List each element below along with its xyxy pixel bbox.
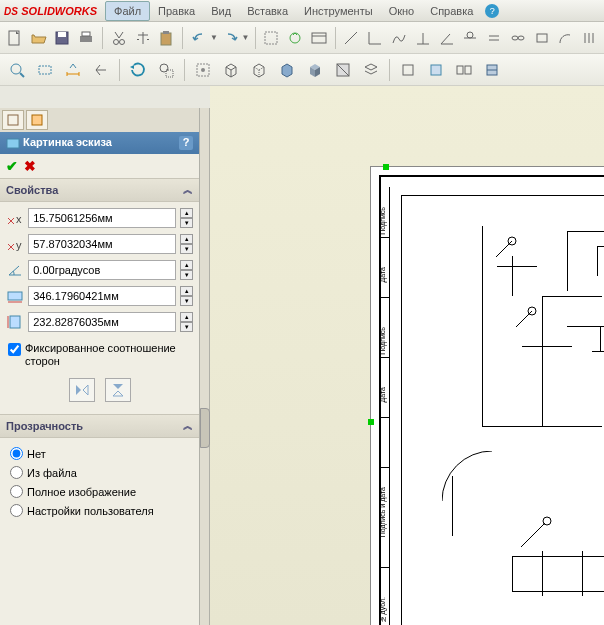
perpendicular-icon[interactable] [412,25,434,51]
rect-icon[interactable] [531,25,553,51]
rebuild-button[interactable] [284,25,306,51]
layers-icon[interactable] [358,57,384,83]
new-button[interactable] [4,25,26,51]
wireframe-button[interactable] [218,57,244,83]
section-transparency-header[interactable]: Прозрачность ︽ [0,414,199,438]
panel-help-icon[interactable]: ? [179,136,193,150]
origin-y-input[interactable] [28,234,176,254]
height-input[interactable] [28,312,176,332]
tangent-icon[interactable] [459,25,481,51]
view-normal-icon[interactable] [451,57,477,83]
print-button[interactable] [75,25,97,51]
flip-buttons [6,372,193,408]
balance-icon[interactable] [132,25,154,51]
cut-button[interactable] [108,25,130,51]
svg-text:y: y [16,239,22,251]
refresh-view-button[interactable] [125,57,151,83]
svg-line-19 [20,73,24,77]
transp-full-radio[interactable] [10,485,23,498]
hidden-lines-button[interactable] [246,57,272,83]
spin-up[interactable]: ▲ [180,208,193,218]
spin-up[interactable]: ▲ [180,312,193,322]
section-properties-header[interactable]: Свойства ︽ [0,178,199,202]
ok-button[interactable]: ✔ [6,158,18,174]
splitter-handle[interactable] [200,408,210,448]
zoom-fit-button[interactable] [4,57,30,83]
zoom-selection-button[interactable] [153,57,179,83]
spline-icon[interactable] [388,25,410,51]
origin-x-icon: x [6,209,24,227]
view-orient-icon[interactable] [423,57,449,83]
svg-point-24 [201,68,205,72]
flip-horizontal-button[interactable] [69,378,95,402]
spin-up[interactable]: ▲ [180,260,193,270]
corner-icon[interactable] [364,25,386,51]
spin-down[interactable]: ▼ [180,218,193,228]
parallel-icon[interactable] [578,25,600,51]
flip-vertical-button[interactable] [105,378,131,402]
angle-input[interactable] [28,260,176,280]
open-button[interactable] [28,25,50,51]
transp-none-radio[interactable] [10,447,23,460]
angle-prop-icon [6,261,24,279]
angle-icon[interactable] [436,25,458,51]
paste-button[interactable] [156,25,178,51]
svg-line-42 [516,311,532,327]
panel-tab-feature[interactable] [2,110,24,130]
sketch-handle[interactable] [368,419,374,425]
svg-point-14 [467,32,473,38]
iso-view-icon[interactable] [302,57,328,83]
undo-button[interactable] [188,25,210,51]
line-icon[interactable] [341,25,363,51]
box-select-icon[interactable] [190,57,216,83]
lock-aspect-checkbox[interactable] [8,343,21,356]
menu-view[interactable]: Вид [203,2,239,20]
previous-view-button[interactable] [88,57,114,83]
menu-tools[interactable]: Инструменты [296,2,381,20]
lock-aspect-label: Фиксированное соотношение сторон [25,342,191,368]
spin-down[interactable]: ▼ [180,296,193,306]
section-view-icon[interactable] [330,57,356,83]
spin-down[interactable]: ▼ [180,322,193,332]
panel-splitter[interactable] [200,108,210,625]
save-button[interactable] [52,25,74,51]
collapse-icon[interactable]: ︽ [183,183,193,197]
spin-down[interactable]: ▼ [180,270,193,280]
dimension-icon[interactable] [60,57,86,83]
help-icon[interactable]: ? [485,4,499,18]
menu-help[interactable]: Справка [422,2,481,20]
chain-icon[interactable] [507,25,529,51]
transp-user-radio[interactable] [10,504,23,517]
menu-window[interactable]: Окно [381,2,423,20]
drawing-canvas[interactable]: Подпись Дата Подпись Дата Подпись и дата… [210,86,604,625]
cancel-button[interactable]: ✖ [24,158,36,174]
drawing-content [401,195,604,625]
options-button[interactable] [308,25,330,51]
spin-up[interactable]: ▲ [180,286,193,296]
menu-edit[interactable]: Правка [150,2,203,20]
zoom-area-button[interactable] [32,57,58,83]
view-cube-icon[interactable] [395,57,421,83]
select-button[interactable] [260,25,282,51]
transp-file-radio[interactable] [10,466,23,479]
width-input[interactable] [28,286,176,306]
collapse-icon[interactable]: ︽ [183,419,193,433]
panel-tab-property[interactable] [26,110,48,130]
confirm-bar: ✔ ✖ [0,154,199,178]
equals-icon[interactable] [483,25,505,51]
arc-icon[interactable] [555,25,577,51]
prop-width: ▲▼ [6,286,193,306]
title-block-text: Подпись [379,207,386,235]
view-shaded-edges-icon[interactable] [479,57,505,83]
menu-insert[interactable]: Вставка [239,2,296,20]
shaded-button[interactable] [274,57,300,83]
svg-rect-34 [7,139,19,148]
redo-button[interactable] [220,25,242,51]
sketch-handle[interactable] [383,164,389,170]
menu-bar: DS SOLIDWORKS Файл Правка Вид Вставка Ин… [0,0,604,22]
origin-x-input[interactable] [28,208,176,228]
spin-down[interactable]: ▼ [180,244,193,254]
spin-up[interactable]: ▲ [180,234,193,244]
svg-rect-26 [403,65,413,75]
menu-file[interactable]: Файл [105,1,150,21]
